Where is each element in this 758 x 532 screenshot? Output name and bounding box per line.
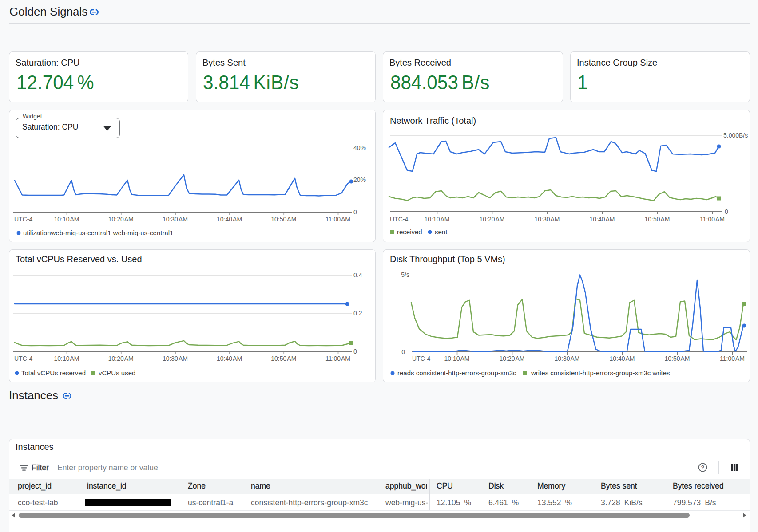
svg-text:10:50AM: 10:50AM bbox=[664, 355, 690, 362]
svg-text:10:10AM: 10:10AM bbox=[444, 355, 469, 362]
svg-text:10:30AM: 10:30AM bbox=[554, 355, 579, 362]
svg-text:UTC-4: UTC-4 bbox=[412, 355, 430, 362]
svg-text:10:50AM: 10:50AM bbox=[271, 216, 296, 223]
svg-text:10:30AM: 10:30AM bbox=[163, 216, 188, 223]
svg-text:reads consistent-http-errors-g: reads consistent-http-errors-group-xm3c bbox=[397, 369, 516, 377]
svg-text:10:40AM: 10:40AM bbox=[217, 355, 242, 362]
svg-text:10:50AM: 10:50AM bbox=[271, 355, 296, 362]
svg-text:5,000B/s: 5,000B/s bbox=[723, 132, 748, 139]
svg-text:11:00AM: 11:00AM bbox=[700, 216, 725, 223]
svg-text:11:00AM: 11:00AM bbox=[325, 355, 350, 362]
svg-text:20%: 20% bbox=[353, 176, 366, 183]
svg-text:writes consistent-http-errors-: writes consistent-http-errors-group-xm3c… bbox=[531, 369, 670, 377]
svg-text:11:00AM: 11:00AM bbox=[720, 355, 745, 362]
svg-text:10:20AM: 10:20AM bbox=[499, 355, 524, 362]
svg-text:10:30AM: 10:30AM bbox=[534, 216, 560, 223]
svg-text:10:10AM: 10:10AM bbox=[424, 216, 449, 223]
svg-text:0: 0 bbox=[401, 348, 405, 355]
svg-text:utilizationweb-mig-us-central1: utilizationweb-mig-us-central1 web-mig-u… bbox=[23, 229, 173, 236]
svg-text:vCPUs used: vCPUs used bbox=[99, 369, 135, 377]
svg-text:Total vCPUs reserved: Total vCPUs reserved bbox=[21, 369, 86, 377]
svg-text:?: ? bbox=[701, 464, 705, 471]
svg-text:0: 0 bbox=[725, 208, 728, 215]
svg-text:UTC-4: UTC-4 bbox=[14, 355, 32, 362]
svg-text:10:20AM: 10:20AM bbox=[108, 355, 134, 362]
svg-text:10:10AM: 10:10AM bbox=[54, 216, 79, 223]
svg-text:10:40AM: 10:40AM bbox=[217, 216, 242, 223]
svg-text:0: 0 bbox=[353, 209, 357, 216]
svg-text:0.4: 0.4 bbox=[353, 272, 362, 279]
svg-text:UTC-4: UTC-4 bbox=[390, 216, 408, 223]
svg-text:10:20AM: 10:20AM bbox=[108, 216, 134, 223]
svg-text:0.2: 0.2 bbox=[353, 310, 362, 317]
svg-text:10:10AM: 10:10AM bbox=[54, 355, 79, 362]
svg-text:10:20AM: 10:20AM bbox=[479, 216, 504, 223]
svg-text:11:00AM: 11:00AM bbox=[325, 216, 350, 223]
svg-text:5/s: 5/s bbox=[401, 271, 409, 278]
svg-text:10:30AM: 10:30AM bbox=[163, 355, 188, 362]
svg-text:UTC-4: UTC-4 bbox=[14, 216, 32, 223]
svg-text:0: 0 bbox=[353, 348, 357, 355]
svg-text:40%: 40% bbox=[353, 144, 366, 151]
svg-text:sent: sent bbox=[435, 228, 448, 236]
svg-text:received: received bbox=[397, 228, 422, 236]
svg-text:10:40AM: 10:40AM bbox=[589, 216, 615, 223]
svg-text:10:40AM: 10:40AM bbox=[609, 355, 635, 362]
svg-text:10:50AM: 10:50AM bbox=[644, 216, 670, 223]
